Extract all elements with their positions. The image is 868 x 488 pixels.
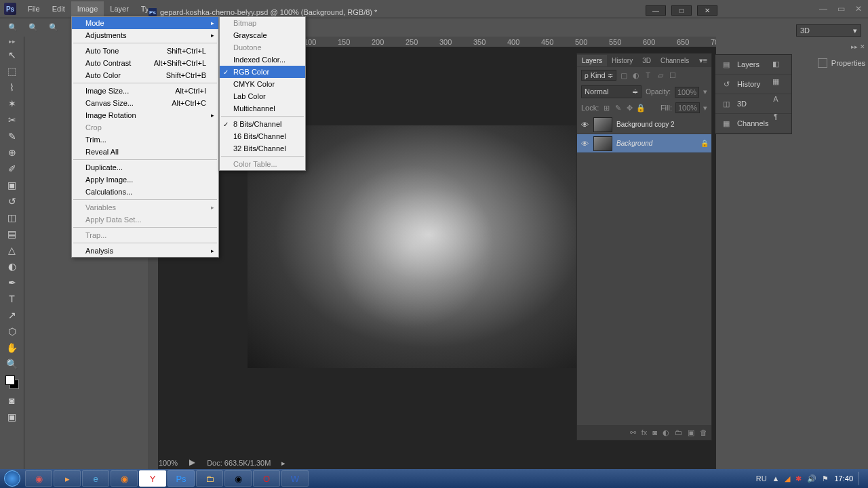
layer-name[interactable]: Background copy 2 [616, 121, 709, 128]
screenmode-toggle[interactable]: ▣ [4, 409, 20, 424]
image-menu-item-5[interactable]: Auto ColorShift+Ctrl+B [72, 69, 218, 81]
status-chevron[interactable]: ⯈ [189, 459, 196, 468]
link-layers-icon[interactable]: ⚯ [630, 428, 636, 437]
image-menu-item-14[interactable]: Duplicate... [72, 161, 218, 174]
zoom-in-icon[interactable]: 🔍 [26, 20, 41, 35]
image-menu-item-12[interactable]: Reveal All [72, 146, 218, 158]
mode-menu-item-7[interactable]: Multichannel [220, 102, 305, 115]
collapse-icon[interactable]: ▸▸ ✕ [851, 43, 865, 52]
layer-visibility-icon[interactable]: 👁 [580, 121, 589, 129]
adjustment-layer-icon[interactable]: ◐ [663, 428, 669, 437]
tray-lang[interactable]: RU [756, 474, 767, 483]
properties-button[interactable]: Properties [818, 58, 865, 68]
color-swatches[interactable] [5, 375, 19, 389]
image-menu-item-3[interactable]: Auto ToneShift+Ctrl+L [72, 45, 218, 57]
menu-image[interactable]: Image [71, 1, 104, 16]
lasso-tool[interactable]: ⌇ [4, 80, 20, 95]
tools-collapse-icon[interactable]: ▸▸ [8, 38, 16, 45]
filter-shape-icon[interactable]: ▱ [656, 70, 665, 80]
panel-tab-channels[interactable]: Channels [656, 55, 694, 66]
lock-position-icon[interactable]: ✥ [625, 104, 633, 112]
mode-menu-item-6[interactable]: Lab Color [220, 90, 305, 102]
mode-menu-item-1[interactable]: Grayscale [220, 29, 305, 41]
image-menu-item-11[interactable]: Trim... [72, 134, 218, 146]
blur-tool[interactable]: △ [4, 243, 20, 258]
panel-tab-3d[interactable]: 3D [637, 55, 656, 66]
image-menu-item-0[interactable]: Mode▸ [72, 17, 218, 29]
type-tool[interactable]: T [4, 291, 20, 306]
move-tool[interactable]: ↖ [4, 47, 20, 62]
foreground-color-swatch[interactable] [5, 375, 15, 385]
panel-menu-icon[interactable]: ▾≡ [695, 56, 711, 65]
image-menu-item-15[interactable]: Apply Image... [72, 174, 218, 186]
history-brush-tool[interactable]: ↺ [4, 194, 20, 209]
zoom-tool[interactable]: 🔍 [4, 357, 20, 371]
workspace-select[interactable]: 3D ▾ [796, 24, 861, 37]
tray-icon-3[interactable]: ✱ [795, 474, 802, 483]
image-menu-item-23[interactable]: Analysis▸ [72, 245, 218, 257]
panel-tab-layers[interactable]: Layers [577, 55, 607, 66]
new-layer-icon[interactable]: ▣ [688, 428, 694, 437]
taskbar-app-2[interactable]: ▸ [54, 470, 81, 487]
start-button[interactable] [0, 469, 24, 488]
delete-layer-icon[interactable]: 🗑 [700, 428, 707, 436]
doc-close-button[interactable]: ✕ [697, 5, 717, 16]
layer-row[interactable]: 👁Background copy 2 [577, 115, 711, 134]
image-menu-item-16[interactable]: Calculations... [72, 186, 218, 198]
side-icon-type[interactable]: A [769, 91, 783, 107]
opacity-value[interactable]: 100% [675, 87, 699, 98]
pen-tool[interactable]: ✒ [4, 275, 20, 290]
mode-menu-item-11[interactable]: 32 Bits/Channel [220, 142, 305, 155]
menu-file[interactable]: File [22, 1, 46, 16]
layer-name[interactable]: Background [616, 140, 696, 147]
tray-clock[interactable]: 17:40 [834, 474, 853, 483]
taskbar-word[interactable]: W [281, 470, 309, 487]
mode-menu-item-9[interactable]: ✓8 Bits/Channel [220, 118, 305, 130]
image-menu-item-9[interactable]: Image Rotation▸ [72, 109, 218, 121]
layer-visibility-icon[interactable]: 👁 [580, 140, 589, 148]
crop-tool[interactable]: ✂ [4, 113, 20, 127]
fill-value[interactable]: 100% [675, 102, 700, 113]
zoom-out-icon[interactable]: 🔍 [46, 20, 61, 35]
layer-style-icon[interactable]: fx [642, 428, 648, 436]
lock-paint-icon[interactable]: ✎ [614, 104, 622, 112]
taskbar-app-1[interactable]: ◉ [25, 470, 52, 487]
image-menu-item-7[interactable]: Image Size...Alt+Ctrl+I [72, 85, 218, 97]
healing-tool[interactable]: ⊕ [4, 145, 20, 160]
layer-kind-select[interactable]: ρ Kind ≑ [581, 70, 616, 81]
app-maximize-button[interactable]: ▭ [833, 3, 849, 15]
layer-row[interactable]: 👁Background🔒 [577, 134, 711, 153]
dodge-tool[interactable]: ◐ [4, 259, 20, 274]
layer-thumbnail[interactable] [593, 117, 612, 132]
quickmask-toggle[interactable]: ◙ [4, 393, 20, 408]
image-menu-item-4[interactable]: Auto ContrastAlt+Shift+Ctrl+L [72, 57, 218, 69]
shape-tool[interactable]: ⬡ [4, 324, 20, 339]
taskbar-firefox[interactable]: ◉ [111, 470, 138, 487]
mode-menu-item-5[interactable]: CMYK Color [220, 78, 305, 90]
side-icon-paragraph[interactable]: ¶ [769, 108, 783, 125]
mode-menu-item-4[interactable]: ✓RGB Color [220, 66, 305, 78]
filter-pixel-icon[interactable]: ▢ [619, 70, 629, 80]
marquee-tool[interactable]: ⬚ [4, 64, 20, 79]
zoom-level[interactable]: 100% [159, 459, 178, 468]
path-select-tool[interactable]: ↗ [4, 308, 20, 323]
lock-transparent-icon[interactable]: ⊞ [602, 104, 610, 112]
filter-smart-icon[interactable]: ☐ [668, 70, 677, 80]
tray-flag-icon[interactable]: ⚑ [822, 474, 829, 483]
taskbar-chrome[interactable]: ◉ [224, 470, 252, 487]
image-menu-item-8[interactable]: Canvas Size...Alt+Ctrl+C [72, 97, 218, 109]
gradient-tool[interactable]: ▤ [4, 226, 20, 241]
eyedropper-tool[interactable]: ✎ [4, 129, 20, 144]
lock-all-icon[interactable]: 🔒 [637, 104, 645, 112]
doc-minimize-button[interactable]: — [646, 5, 666, 16]
tray-volume-icon[interactable]: 🔊 [807, 474, 816, 483]
mode-menu-item-3[interactable]: Indexed Color... [220, 54, 305, 66]
blend-mode-select[interactable]: Normal≑ [581, 85, 642, 98]
tray-icon-2[interactable]: ◢ [785, 474, 790, 483]
taskbar-ie[interactable]: e [82, 470, 109, 487]
taskbar-photoshop[interactable]: Ps [167, 470, 195, 487]
stamp-tool[interactable]: ▣ [4, 178, 20, 192]
brush-tool[interactable]: ✐ [4, 161, 20, 176]
image-menu-item-1[interactable]: Adjustments▸ [72, 29, 218, 41]
app-minimize-button[interactable]: — [815, 3, 831, 15]
